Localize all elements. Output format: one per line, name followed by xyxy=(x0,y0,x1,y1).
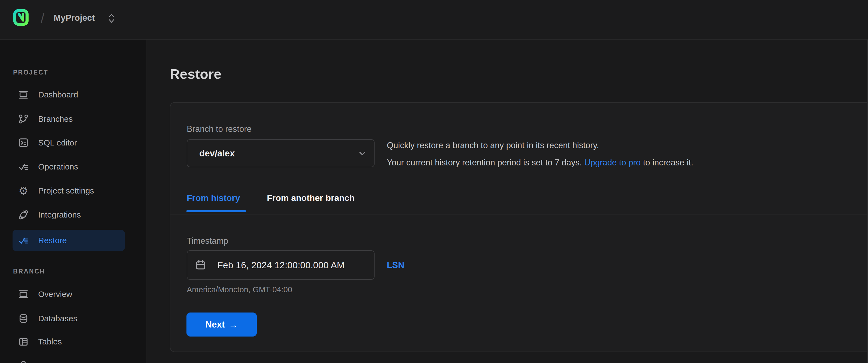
neon-console: / MyProject PROJECT Dashboard xyxy=(0,0,868,363)
sidebar-item-label: Restore xyxy=(38,235,67,246)
timestamp-input[interactable]: Feb 16, 2024 12:00:00.000 AM xyxy=(187,250,375,280)
next-button[interactable]: Next → xyxy=(186,312,257,337)
sidebar-item-label: Overview xyxy=(38,288,72,300)
timestamp-value: Feb 16, 2024 12:00:00.000 AM xyxy=(217,258,345,272)
branch-select-value: dev/alex xyxy=(199,147,235,159)
calendar-icon xyxy=(194,259,207,271)
database-icon xyxy=(18,313,29,324)
scrollbar-track[interactable] xyxy=(867,39,868,363)
sidebar-item-sql-editor[interactable]: SQL editor xyxy=(0,131,146,155)
dashboard-icon xyxy=(18,89,29,100)
page-title: Restore xyxy=(170,66,222,82)
timezone-text: America/Moncton, GMT-04:00 xyxy=(187,284,292,295)
project-switcher-chevrons-icon[interactable] xyxy=(107,13,116,24)
sidebar-item-branches[interactable]: Branches xyxy=(0,107,146,131)
sidebar-section-project: PROJECT xyxy=(13,68,49,76)
git-branch-icon xyxy=(18,114,29,124)
check-list-icon xyxy=(18,161,29,172)
sidebar-item-label: Operations xyxy=(38,161,78,172)
sidebar-item-databases[interactable]: Databases xyxy=(0,307,146,331)
overview-icon xyxy=(18,289,29,300)
arrow-right-icon: → xyxy=(229,320,238,329)
sql-editor-icon xyxy=(18,137,29,148)
neon-logo[interactable] xyxy=(13,9,29,26)
timestamp-label: Timestamp xyxy=(187,235,228,247)
restore-icon xyxy=(18,235,29,246)
sidebar-item-label: Dashboard xyxy=(38,89,78,101)
upgrade-to-pro-link[interactable]: Upgrade to pro xyxy=(584,158,641,167)
sidebar-item-label: Tables xyxy=(38,336,62,347)
sidebar-item-dashboard[interactable]: Dashboard xyxy=(0,83,146,107)
restore-card: Branch to restore dev/alex Quickly resto… xyxy=(170,102,868,352)
sidebar-item-label: Integrations xyxy=(38,209,81,221)
lsn-link[interactable]: LSN xyxy=(387,259,404,271)
sidebar-item-restore[interactable]: Restore xyxy=(12,230,125,251)
sidebar-item-tables[interactable]: Tables xyxy=(0,330,146,354)
restore-description: Quickly restore a branch to any point in… xyxy=(387,137,693,171)
sidebar-section-branch: BRANCH xyxy=(13,268,45,275)
sidebar-item-label: Databases xyxy=(38,313,77,324)
tab-from-history[interactable]: From history xyxy=(187,192,240,204)
sidebar-item-partial[interactable] xyxy=(0,358,146,363)
top-bar: / MyProject xyxy=(0,0,868,39)
branch-to-restore-label: Branch to restore xyxy=(187,123,252,135)
gear-icon: ⚙ xyxy=(18,185,29,196)
sidebar-item-project-settings[interactable]: ⚙ Project settings xyxy=(0,179,146,203)
integrations-icon xyxy=(18,210,29,220)
sidebar-item-overview[interactable]: Overview xyxy=(0,282,146,306)
branch-select[interactable]: dev/alex xyxy=(187,139,375,167)
table-icon xyxy=(18,336,29,347)
tabs-divider xyxy=(170,215,868,215)
breadcrumb-separator: / xyxy=(37,6,48,31)
sidebar-item-label: SQL editor xyxy=(38,137,77,148)
sidebar-item-integrations[interactable]: Integrations xyxy=(0,203,146,227)
person-icon xyxy=(18,360,29,363)
sidebar-item-label: Project settings xyxy=(38,185,94,196)
sidebar-item-label: Branches xyxy=(38,113,73,125)
sidebar-item-operations[interactable]: Operations xyxy=(0,155,146,179)
description-line1: Quickly restore a branch to any point in… xyxy=(387,141,599,150)
description-line2-pre: Your current history retention period is… xyxy=(387,158,584,167)
sidebar: PROJECT Dashboard Branches xyxy=(0,39,146,363)
tab-from-another-branch[interactable]: From another branch xyxy=(267,192,355,204)
active-tab-underline xyxy=(186,210,246,212)
description-line2-post: to increase it. xyxy=(641,158,693,167)
breadcrumb-project-name[interactable]: MyProject xyxy=(54,12,95,24)
next-button-label: Next xyxy=(205,319,225,330)
chevron-down-icon xyxy=(358,149,367,158)
